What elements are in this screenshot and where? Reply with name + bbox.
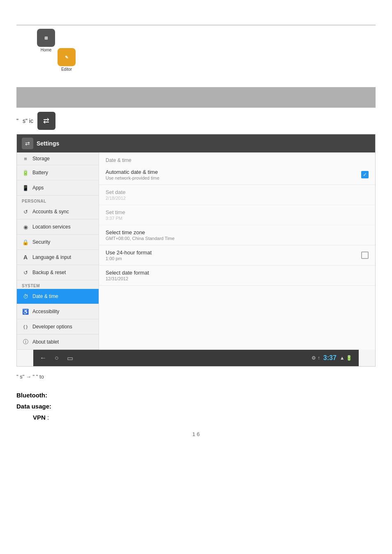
accounts-icon: ↺ xyxy=(22,208,29,215)
sidebar-item-accounts[interactable]: ↺ Accounts & sync xyxy=(17,204,99,219)
sidebar-item-accessibility[interactable]: ♿ Accessibility xyxy=(17,304,99,319)
sidebar-apps-label: Apps xyxy=(32,185,44,191)
settings-line-text-middle: s" ic xyxy=(23,118,33,124)
hour24-title: Use 24-hour format xyxy=(106,249,152,256)
date-format-subtitle: 12/31/2012 xyxy=(106,276,149,281)
page-number: 1 6 xyxy=(0,431,392,437)
settings-header: ⇄ Settings xyxy=(17,134,375,152)
settings-panel: ⇄ Settings ≡ Storage 🔋 Battery 📱 Apps PE xyxy=(16,134,376,367)
auto-datetime-text: Automatic date & time Use network-provid… xyxy=(106,169,159,180)
set-time-title: Set time xyxy=(106,209,125,215)
app-icons-area: ⊞ Home ✎ Editor xyxy=(16,25,376,87)
sidebar-item-about[interactable]: ⓘ About tablet xyxy=(17,335,99,350)
nav-bar-right: ⚙ ↑ 3:37 ▲ 🔋 xyxy=(311,354,352,362)
hour24-item[interactable]: Use 24-hour format 1:00 pm xyxy=(99,245,375,265)
instruction-to: " to xyxy=(36,374,44,380)
datetime-icon: ⏱ xyxy=(22,293,29,300)
hour24-checkbox[interactable] xyxy=(361,252,369,259)
developer-icon: {} xyxy=(22,323,29,330)
date-format-item[interactable]: Select date format 12/31/2012 xyxy=(99,265,375,286)
home-button[interactable]: ○ xyxy=(55,354,59,362)
set-date-subtitle: 2/18/2012 xyxy=(106,196,126,201)
sidebar-security-label: Security xyxy=(32,239,50,245)
sidebar-developer-label: Developer options xyxy=(32,324,72,330)
home-app-icon[interactable]: ⊞ Home xyxy=(37,29,55,52)
storage-icon: ≡ xyxy=(22,155,29,162)
nav-bar-left: ← ○ ▭ xyxy=(40,354,73,362)
auto-datetime-checkbox[interactable]: ✓ xyxy=(361,171,369,178)
language-icon: A xyxy=(22,254,29,261)
settings-small-icon[interactable]: ⇄ xyxy=(37,112,55,130)
vpn-colon: : xyxy=(47,414,49,421)
editor-icon-box: ✎ xyxy=(58,48,76,66)
settings-sidebar: ≡ Storage 🔋 Battery 📱 Apps PERSONAL ↺ Ac… xyxy=(17,152,99,350)
status-icons: ⚙ ↑ xyxy=(311,355,320,361)
settings-icon-line: " s" ic ⇄ xyxy=(16,112,376,130)
set-date-text: Set date 2/18/2012 xyxy=(106,189,126,201)
sidebar-item-storage[interactable]: ≡ Storage xyxy=(17,152,99,165)
sidebar-item-backup[interactable]: ↺ Backup & reset xyxy=(17,265,99,280)
vpn-line: VPN : xyxy=(16,412,376,423)
instruction-s-arrow: s" → xyxy=(20,374,31,380)
settings-right-panel: Date & time Automatic date & time Use ne… xyxy=(99,152,375,350)
personal-section-label: PERSONAL xyxy=(17,196,99,204)
data-usage-label: Data usage: xyxy=(16,403,51,410)
date-format-text: Select date format 12/31/2012 xyxy=(106,270,149,281)
settings-line-text-before: " xyxy=(16,118,18,124)
bluetooth-label: Bluetooth: xyxy=(16,392,47,399)
hour24-text: Use 24-hour format 1:00 pm xyxy=(106,249,152,261)
sidebar-accessibility-label: Accessibility xyxy=(32,309,59,314)
sidebar-battery-label: Battery xyxy=(32,170,48,175)
settings-arrow-icon: ⇄ xyxy=(43,116,49,125)
sidebar-backup-label: Backup & reset xyxy=(32,270,66,275)
auto-datetime-title: Automatic date & time xyxy=(106,169,159,175)
sidebar-accounts-label: Accounts & sync xyxy=(32,209,69,215)
timezone-subtitle: GMT+08:00, China Standard Time xyxy=(106,236,175,241)
location-icon: ◉ xyxy=(22,223,29,231)
sidebar-location-label: Location services xyxy=(32,224,71,230)
back-button[interactable]: ← xyxy=(40,354,46,362)
date-format-title: Select date format xyxy=(106,270,149,276)
battery-icon: 🔋 xyxy=(22,169,29,176)
sidebar-storage-label: Storage xyxy=(32,156,50,162)
wifi-battery-icons: ▲ 🔋 xyxy=(340,355,352,361)
instruction-text: " s" → " " to xyxy=(16,373,376,381)
instruction-quote2: " xyxy=(33,374,35,380)
sidebar-item-developer[interactable]: {} Developer options xyxy=(17,319,99,335)
settings-header-arrow-icon: ⇄ xyxy=(25,140,30,147)
sidebar-item-battery[interactable]: 🔋 Battery xyxy=(17,165,99,180)
home-icon: ⊞ xyxy=(44,36,48,40)
timezone-item[interactable]: Select time zone GMT+08:00, China Standa… xyxy=(99,225,375,245)
data-usage-line: Data usage: xyxy=(16,401,376,412)
apps-icon: 📱 xyxy=(22,184,29,192)
set-date-title: Set date xyxy=(106,189,126,195)
nav-bar: ← ○ ▭ ⚙ ↑ 3:37 ▲ 🔋 xyxy=(33,350,359,366)
accessibility-icon: ♿ xyxy=(22,308,29,315)
timezone-title: Select time zone xyxy=(106,229,175,235)
bluetooth-line: Bluetooth: xyxy=(16,390,376,401)
instruction-quote1: " xyxy=(16,374,18,380)
security-icon: 🔒 xyxy=(22,238,29,246)
timezone-text: Select time zone GMT+08:00, China Standa… xyxy=(106,229,175,241)
sidebar-item-datetime[interactable]: ⏱ Date & time xyxy=(17,289,99,304)
auto-datetime-item[interactable]: Automatic date & time Use network-provid… xyxy=(99,165,375,185)
sidebar-item-security[interactable]: 🔒 Security xyxy=(17,235,99,250)
hour24-subtitle: 1:00 pm xyxy=(106,256,152,261)
settings-header-icon: ⇄ xyxy=(22,138,33,149)
editor-icon: ✎ xyxy=(65,55,68,60)
sidebar-item-language[interactable]: A Language & input xyxy=(17,250,99,265)
editor-app-icon[interactable]: ✎ Editor xyxy=(58,48,76,72)
home-icon-label: Home xyxy=(41,48,52,52)
about-icon: ⓘ xyxy=(22,338,29,346)
recents-button[interactable]: ▭ xyxy=(67,354,73,362)
set-date-item: Set date 2/18/2012 xyxy=(99,185,375,205)
sidebar-about-label: About tablet xyxy=(32,339,59,345)
datetime-section-title: Date & time xyxy=(99,152,375,165)
set-time-item: Set time 3:37 PM xyxy=(99,205,375,225)
sidebar-datetime-label: Date & time xyxy=(32,293,58,299)
sidebar-item-location[interactable]: ◉ Location services xyxy=(17,219,99,235)
home-icon-box: ⊞ xyxy=(37,29,55,47)
sidebar-item-apps[interactable]: 📱 Apps xyxy=(17,180,99,196)
vpn-label: VPN xyxy=(33,414,46,421)
auto-datetime-subtitle: Use network-provided time xyxy=(106,175,159,180)
